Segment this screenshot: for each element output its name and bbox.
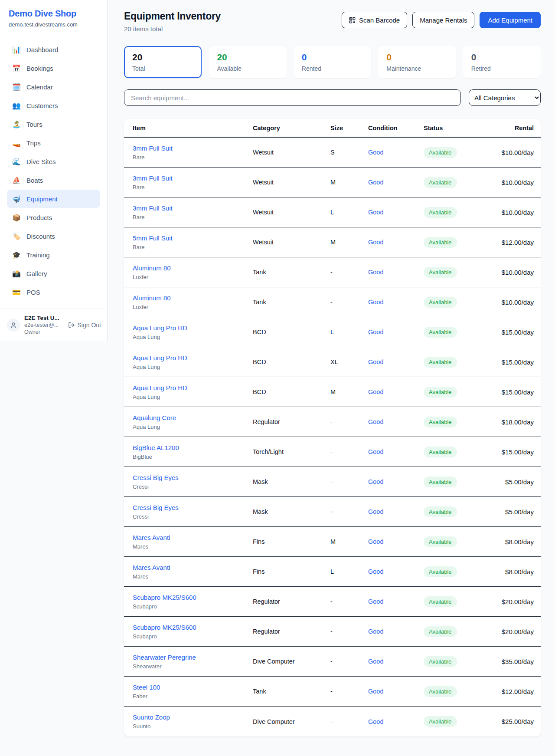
add-equipment-button[interactable]: Add Equipment	[480, 12, 541, 28]
item-brand: Scubapro	[133, 603, 253, 610]
cell-size: M	[330, 388, 368, 395]
stat-card-retired[interactable]: 0 Retired	[463, 46, 541, 78]
stat-card-available[interactable]: 20 Available	[209, 46, 286, 78]
cell-item: Aqualung Core Aqua Lung	[133, 414, 253, 430]
cell-size: -	[330, 508, 368, 515]
item-link[interactable]: Cressi Big Eyes	[133, 474, 179, 481]
sidebar-item-discounts[interactable]: 🏷️ Discounts	[7, 227, 100, 245]
condition-link[interactable]: Good	[368, 358, 383, 365]
search-input[interactable]	[124, 89, 461, 106]
sidebar-item-pos[interactable]: 💳 POS	[7, 283, 100, 301]
stat-card-rented[interactable]: 0 Rented	[294, 46, 371, 78]
condition-link[interactable]: Good	[368, 568, 383, 575]
sidebar-item-products[interactable]: 📦 Products	[7, 208, 100, 227]
sidebar-item-trips[interactable]: 🚤 Trips	[7, 134, 100, 152]
item-link[interactable]: Shearwater Peregrine	[133, 654, 196, 661]
item-brand: Aqua Lung	[133, 334, 253, 340]
category-select[interactable]: All Categories	[469, 89, 541, 106]
manage-rentals-label: Manage Rentals	[420, 16, 467, 24]
sidebar-item-boats[interactable]: ⛵ Boats	[7, 171, 100, 189]
item-link[interactable]: Aqualung Core	[133, 414, 176, 421]
item-link[interactable]: 3mm Full Suit	[133, 174, 173, 182]
cell-condition: Good	[368, 388, 424, 396]
brand: Demo Dive Shop demo.test.divestreams.com	[0, 0, 107, 35]
sidebar-item-dive-sites[interactable]: 🌊 Dive Sites	[7, 152, 100, 171]
condition-link[interactable]: Good	[368, 658, 383, 665]
item-link[interactable]: Aqua Lung Pro HD	[133, 354, 187, 362]
item-link[interactable]: 3mm Full Suit	[133, 145, 173, 152]
condition-link[interactable]: Good	[368, 418, 383, 425]
column-header-condition: Condition	[368, 125, 424, 131]
item-link[interactable]: 5mm Full Suit	[133, 234, 173, 242]
cell-category: Fins	[253, 568, 330, 575]
status-badge: Available	[424, 716, 457, 727]
condition-link[interactable]: Good	[368, 239, 383, 246]
condition-link[interactable]: Good	[368, 688, 383, 695]
status-badge: Available	[424, 686, 457, 697]
condition-link[interactable]: Good	[368, 478, 383, 485]
item-brand: Bare	[133, 184, 253, 191]
item-link[interactable]: Cressi Big Eyes	[133, 504, 179, 511]
sidebar-item-training[interactable]: 🎓 Training	[7, 246, 100, 264]
sidebar-item-bookings[interactable]: 📅 Bookings	[7, 59, 100, 77]
cell-condition: Good	[368, 657, 424, 665]
condition-link[interactable]: Good	[368, 149, 383, 156]
item-link[interactable]: Mares Avanti	[133, 534, 170, 541]
stat-label: Available	[217, 65, 278, 72]
item-link[interactable]: Aqua Lung Pro HD	[133, 324, 187, 332]
condition-link[interactable]: Good	[368, 508, 383, 515]
stat-card-maintenance[interactable]: 0 Maintenance	[378, 46, 456, 78]
cell-status: Available	[424, 297, 484, 308]
sidebar-item-tours[interactable]: 🏝️ Tours	[7, 115, 100, 133]
table-row: Aqualung Core Aqua Lung Regulator - Good…	[124, 407, 541, 437]
calendar-icon: 🗓️	[12, 83, 21, 91]
cell-item: Aqua Lung Pro HD Aqua Lung	[133, 354, 253, 370]
item-link[interactable]: Aluminum 80	[133, 294, 171, 302]
condition-link[interactable]: Good	[368, 209, 383, 216]
item-link[interactable]: 3mm Full Suit	[133, 204, 173, 212]
table-row: Cressi Big Eyes Cressi Mask - Good Avail…	[124, 467, 541, 497]
item-link[interactable]: Scubapro MK25/S600	[133, 594, 196, 601]
scan-barcode-button[interactable]: Scan Barcode	[342, 12, 407, 28]
sidebar-item-dashboard[interactable]: 📊 Dashboard	[7, 40, 100, 59]
item-link[interactable]: Aluminum 80	[133, 264, 171, 272]
condition-link[interactable]: Good	[368, 718, 383, 725]
status-badge: Available	[424, 656, 457, 667]
sign-out-button[interactable]: Sign Out	[68, 322, 101, 329]
condition-link[interactable]: Good	[368, 538, 383, 545]
condition-link[interactable]: Good	[368, 388, 383, 395]
sidebar-item-calendar[interactable]: 🗓️ Calendar	[7, 78, 100, 96]
item-brand: Mares	[133, 573, 253, 580]
sidebar-item-gallery[interactable]: 📸 Gallery	[7, 264, 100, 283]
cell-status: Available	[424, 387, 484, 398]
condition-link[interactable]: Good	[368, 628, 383, 635]
condition-link[interactable]: Good	[368, 448, 383, 455]
pos-icon: 💳	[12, 288, 21, 296]
status-badge: Available	[424, 447, 457, 457]
stat-card-total[interactable]: 20 Total	[124, 46, 202, 78]
condition-link[interactable]: Good	[368, 598, 383, 605]
sidebar-item-equipment[interactable]: 🤿 Equipment	[7, 190, 100, 208]
condition-link[interactable]: Good	[368, 299, 383, 306]
cell-rental: $8.00/day	[484, 538, 534, 546]
brand-domain: demo.test.divestreams.com	[9, 21, 98, 28]
cell-category: Regulator	[253, 628, 330, 635]
item-link[interactable]: Mares Avanti	[133, 564, 170, 571]
item-link[interactable]: Steel 100	[133, 684, 160, 691]
cell-item: Aqua Lung Pro HD Aqua Lung	[133, 384, 253, 400]
manage-rentals-button[interactable]: Manage Rentals	[412, 12, 474, 28]
cell-rental: $25.00/day	[484, 718, 534, 725]
condition-link[interactable]: Good	[368, 329, 383, 335]
cell-condition: Good	[368, 358, 424, 366]
item-link[interactable]: BigBlue AL1200	[133, 444, 179, 451]
cell-status: Available	[424, 357, 484, 368]
item-link[interactable]: Scubapro MK25/S600	[133, 624, 196, 631]
sidebar-item-customers[interactable]: 👥 Customers	[7, 96, 100, 115]
stat-label: Retired	[471, 65, 532, 72]
condition-link[interactable]: Good	[368, 179, 383, 186]
cell-condition: Good	[368, 598, 424, 605]
item-link[interactable]: Aqua Lung Pro HD	[133, 384, 187, 391]
cell-size: S	[330, 149, 368, 156]
condition-link[interactable]: Good	[368, 269, 383, 276]
item-link[interactable]: Suunto Zoop	[133, 713, 170, 721]
